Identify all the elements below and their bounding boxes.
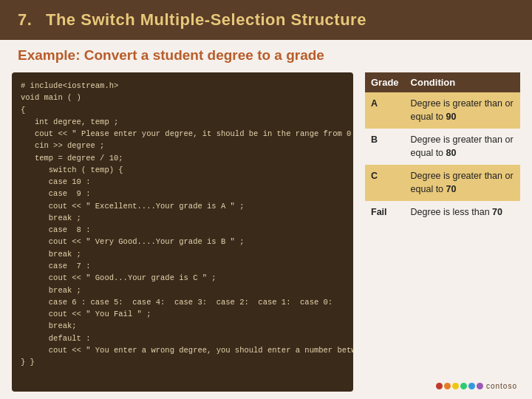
code-line: cout << " Please enter your degree, it s… [21,128,344,140]
logo-circles [436,383,483,389]
logo-circle-5 [468,383,475,389]
code-line: cout << " You enter a wrong degree, you … [21,344,344,356]
code-line: cout << " You Fail " ; [21,308,344,320]
content-area: # include<iostream.h>void main ( ){ int … [0,68,532,399]
code-line: cout << " Very Good....Your grade is B "… [21,236,344,248]
code-line: } } [21,356,344,368]
code-line: case 9 : [21,188,344,200]
code-line: break ; [21,248,344,260]
code-line: case 6 : case 5: case 4: case 3: case 2:… [21,296,344,308]
code-line: case 10 : [21,176,344,188]
table-row: CDegree is greater than or equal to 70 [365,165,520,201]
table-row: BDegree is greater than or equal to 80 [365,129,520,165]
logo-text: contoso [486,382,517,390]
logo-circle-4 [460,383,467,389]
slide: 7. The Switch Multiple-Selection Structu… [0,0,532,399]
logo-circle-6 [477,383,483,389]
table-row: ADegree is greater than or equal to 90 [365,92,520,129]
code-line: break ; [21,212,344,224]
condition-cell: Degree is greater than or equal to 80 [405,129,520,165]
slide-title: The Switch Multiple-Selection Structure [46,10,366,29]
condition-cell: Degree is greater than or equal to 70 [405,165,520,201]
code-line: case 8 : [21,224,344,236]
code-line: cout << " Good...Your grade is C " ; [21,272,344,284]
table-row: FailDegree is less than 70 [365,201,520,225]
code-line: temp = degree / 10; [21,152,344,164]
slide-subtitle: Example: Convert a student degree to a g… [0,40,532,68]
code-line: int degree, temp ; [21,116,344,128]
code-line: cout << " Excellent....Your grade is A "… [21,200,344,212]
slide-header: 7. The Switch Multiple-Selection Structu… [0,0,532,40]
code-line: # include<iostream.h> [21,80,344,92]
code-line: { [21,104,344,116]
logo-circle-3 [452,383,459,389]
grade-cell: A [365,92,405,129]
slide-number: 7. [18,10,32,29]
grade-cell: B [365,129,405,165]
code-block: # include<iostream.h>void main ( ){ int … [12,72,353,392]
grade-cell: C [365,165,405,201]
code-line: case 7 : [21,260,344,272]
condition-cell: Degree is less than 70 [405,201,520,225]
code-line: switch ( temp) { [21,164,344,176]
table-area: Grade Condition ADegree is greater than … [365,72,520,392]
code-line: break; [21,320,344,332]
logo-circle-2 [444,383,451,389]
code-line: void main ( ) [21,92,344,103]
condition-cell: Degree is greater than or equal to 90 [405,92,520,129]
contoso-logo: contoso [436,382,517,390]
code-line: cin >> degree ; [21,140,344,151]
code-line: default : [21,332,344,344]
grade-cell: Fail [365,201,405,225]
col-header-grade: Grade [365,72,405,92]
grade-table: Grade Condition ADegree is greater than … [365,72,520,225]
col-header-condition: Condition [405,72,520,92]
code-line: break ; [21,284,344,296]
logo-circle-1 [436,383,443,389]
